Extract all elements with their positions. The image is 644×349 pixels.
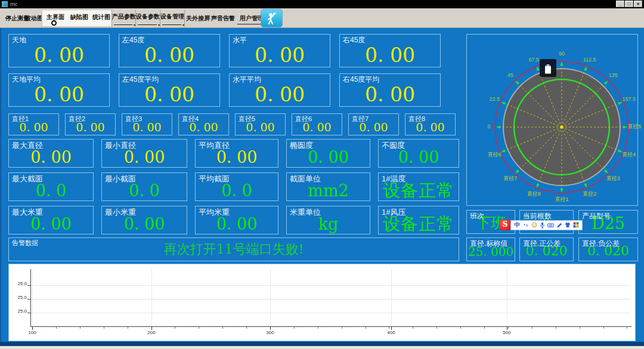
ime-skin-icon[interactable] bbox=[564, 221, 571, 229]
measure-panel: 米重单位kg bbox=[286, 206, 370, 234]
gauge-arrow-icon bbox=[501, 149, 505, 152]
chart-vgrid bbox=[391, 269, 392, 326]
measure-panel: 天地0. 00 bbox=[8, 34, 110, 67]
gauge-arrow-icon bbox=[496, 125, 500, 128]
defect-chart-button[interactable]: 缺陷图 bbox=[70, 13, 88, 21]
ime-toolbox-icon[interactable] bbox=[572, 221, 579, 229]
gauge-arrow-icon bbox=[584, 66, 587, 70]
product-params-button[interactable]: 产品参数 ▾ bbox=[112, 10, 136, 27]
user-mgmt-button[interactable]: 用户管理 bbox=[240, 14, 264, 23]
gauge-angle-label: 157.5 bbox=[622, 96, 636, 102]
ime-toolbar[interactable]: S 中 bbox=[500, 220, 583, 230]
ext-screen-button[interactable]: 关外接屏 bbox=[186, 14, 210, 23]
measurement-row-2: 天地平均0. 00 左45度平均0. 00 水平平均0. 00 右45度平均0.… bbox=[8, 73, 441, 107]
section-stats-row: 最大截面0. 0 最小截面0. 0 平均截面0. 0 截面单位mm2 1#温度设… bbox=[8, 172, 459, 201]
field-label: 直径7 bbox=[352, 115, 369, 123]
close-button[interactable]: × bbox=[634, 1, 642, 7]
field-label: 班次 bbox=[470, 211, 484, 221]
chart-minor-tick bbox=[199, 327, 199, 329]
chart-vgrid bbox=[151, 269, 152, 326]
sogou-logo-icon[interactable]: S bbox=[500, 220, 510, 230]
x-tick-label: 500 bbox=[498, 331, 516, 335]
ime-chinese-mode[interactable]: 中 bbox=[514, 221, 521, 229]
measure-panel: 最小直径0. 00 bbox=[101, 139, 187, 168]
device-params-button[interactable]: 设备参数 ▾ bbox=[136, 10, 160, 27]
gauge-diameter-label: 直径8 bbox=[527, 191, 541, 197]
gauge-arrow-icon bbox=[623, 125, 627, 128]
field-label: 平均米重 bbox=[199, 207, 230, 218]
device-mgmt-label: 设备管理 bbox=[160, 13, 184, 21]
field-label: 水平平均 bbox=[233, 75, 261, 85]
device-params-label: 设备参数 bbox=[136, 13, 160, 21]
field-label: 天地平均 bbox=[12, 75, 41, 85]
measure-panel: 直径40. 00 bbox=[178, 113, 229, 135]
field-label: 产品型号 bbox=[582, 211, 611, 221]
gauge-diameter-label: 直径7 bbox=[503, 175, 517, 181]
cursor-overlay bbox=[540, 59, 556, 77]
ime-keyboard-icon[interactable] bbox=[547, 221, 554, 229]
measure-panel: 不圆度0. 00 bbox=[378, 139, 459, 168]
chart-minor-tick bbox=[104, 327, 104, 329]
gauge-arrow-icon bbox=[604, 81, 608, 85]
field-label: 直径.标称值 bbox=[470, 239, 507, 249]
chart-minor-tick bbox=[460, 327, 461, 329]
device-mgmt-button[interactable]: 设备管理 ▾ bbox=[160, 10, 185, 27]
x-tick-label: 200 bbox=[143, 331, 160, 335]
field-label: 不圆度 bbox=[382, 140, 405, 151]
field-label: 直径5 bbox=[239, 115, 255, 123]
title-bar: mc _ □ × bbox=[0, 0, 644, 8]
dropdown-arrow-icon[interactable]: ▾ bbox=[158, 23, 160, 27]
ime-strip: 中 bbox=[510, 220, 583, 230]
y-tick-label: 25.0 bbox=[10, 295, 27, 300]
x-tick-label: 100 bbox=[23, 331, 41, 335]
wave-chart-button[interactable]: 波动图 bbox=[25, 14, 43, 23]
operator-button[interactable] bbox=[261, 9, 283, 27]
application-window: mc _ □ × 停止测量 波动图 主界面 缺陷图 统计图 产品参数 ▾ 设备参… bbox=[0, 0, 644, 349]
diameter-row: 直径10. 00 直径20. 00 直径30. 00 直径40. 00 直径50… bbox=[8, 113, 456, 135]
ime-microphone-icon[interactable] bbox=[539, 221, 546, 229]
gauge-arrow-icon bbox=[501, 102, 505, 105]
stats-chart-button[interactable]: 统计图 bbox=[92, 13, 110, 21]
chart-y-axis bbox=[30, 269, 31, 327]
chart-hgrid bbox=[31, 285, 630, 286]
maximize-button[interactable]: □ bbox=[625, 1, 633, 7]
field-label: 左45度 bbox=[122, 35, 144, 45]
sound-alarm-button[interactable]: 声音告警 bbox=[211, 14, 235, 23]
measure-panel: 左45度0. 00 bbox=[119, 34, 220, 67]
minus-tolerance-panel: 直径.负公差0. 020 bbox=[578, 237, 638, 261]
measure-panel: 直径20. 00 bbox=[65, 113, 116, 135]
device-status-panel: 1#温度设备正常 bbox=[378, 172, 459, 201]
chart-minor-tick bbox=[484, 327, 485, 329]
ime-punctuation-icon[interactable] bbox=[522, 221, 529, 229]
field-label: 米重单位 bbox=[290, 207, 321, 218]
ime-handwriting-icon[interactable] bbox=[556, 221, 562, 229]
dropdown-arrow-icon[interactable]: ▾ bbox=[182, 23, 184, 27]
minimize-button[interactable]: _ bbox=[616, 1, 624, 7]
measure-panel: 最大截面0. 0 bbox=[8, 172, 94, 201]
chart-minor-tick bbox=[318, 327, 318, 329]
chart-hgrid bbox=[31, 299, 630, 299]
measure-panel: 平均截面0. 0 bbox=[195, 172, 278, 201]
field-label: 平均截面 bbox=[199, 174, 230, 184]
chart-x-axis bbox=[30, 326, 631, 327]
gauge-arrow-icon bbox=[584, 183, 587, 187]
chart-minor-tick bbox=[436, 327, 437, 329]
chart-minor-tick bbox=[556, 327, 556, 329]
product-params-label: 产品参数 bbox=[112, 13, 135, 21]
measurement-row-1: 天地0. 00 左45度0. 00 水平0. 00 右45度0. 00 bbox=[8, 34, 441, 67]
dropdown-underline bbox=[138, 24, 157, 25]
ime-emoji-icon[interactable] bbox=[531, 221, 537, 229]
chart-vgrid bbox=[270, 269, 271, 326]
window-controls: _ □ × bbox=[616, 1, 642, 7]
taskbar-edge bbox=[0, 346, 644, 349]
chart-minor-tick bbox=[246, 327, 247, 329]
gauge-arrow-icon bbox=[604, 169, 608, 174]
gauge-diameter-label: 直径6 bbox=[488, 152, 501, 157]
measure-panel: 椭圆度0. 00 bbox=[286, 139, 370, 168]
field-label: 左45度平均 bbox=[122, 75, 159, 85]
app-icon bbox=[2, 1, 8, 7]
dropdown-arrow-icon[interactable]: ▾ bbox=[134, 23, 135, 27]
field-label: 最大截面 bbox=[12, 174, 43, 184]
field-label: 直径2 bbox=[69, 115, 85, 123]
field-label: 直径.负公差 bbox=[582, 239, 620, 249]
